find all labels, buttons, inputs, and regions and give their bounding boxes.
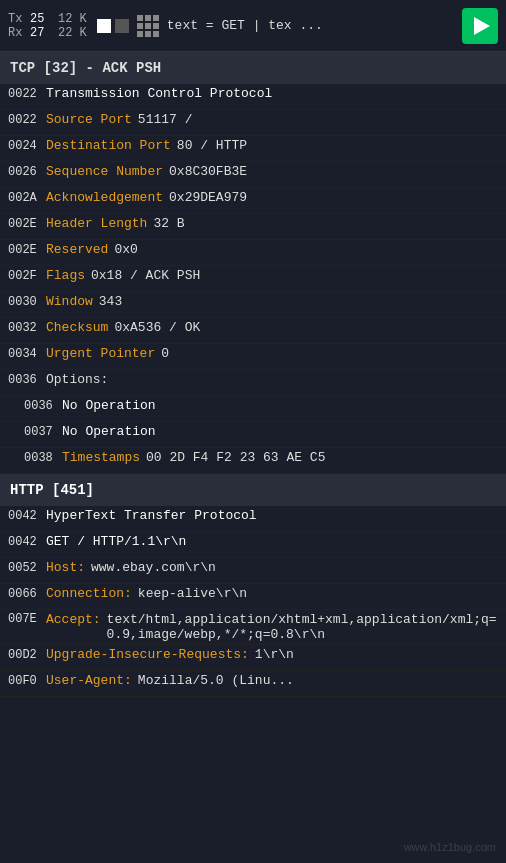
table-row[interactable]: 0037 No Operation xyxy=(0,422,506,448)
field-name: User-Agent: xyxy=(46,673,132,688)
no-op-label: No Operation xyxy=(62,424,156,439)
table-row[interactable]: 002E Reserved 0x0 xyxy=(0,240,506,266)
field-value: 0xA536 / OK xyxy=(114,320,200,335)
field-name: Source Port xyxy=(46,112,132,127)
offset: 0032 xyxy=(8,321,46,335)
table-row[interactable]: 0024 Destination Port 80 / HTTP xyxy=(0,136,506,162)
offset: 0024 xyxy=(8,139,46,153)
table-row[interactable]: 0032 Checksum 0xA536 / OK xyxy=(0,318,506,344)
field-value: 0x0 xyxy=(114,242,137,257)
offset: 0037 xyxy=(24,425,62,439)
offset: 0030 xyxy=(8,295,46,309)
field-text: GET / HTTP/1.1\r\n xyxy=(46,534,186,549)
offset: 0022 xyxy=(8,113,46,127)
field-value: 0 xyxy=(161,346,169,361)
table-row[interactable]: 0036 No Operation xyxy=(0,396,506,422)
offset: 00F0 xyxy=(8,674,46,688)
field-name: Checksum xyxy=(46,320,108,335)
field-value: 80 / HTTP xyxy=(177,138,247,153)
offset: 007E xyxy=(8,612,46,626)
table-row[interactable]: 0038 Timestamps 00 2D F4 F2 23 63 AE C5 xyxy=(0,448,506,474)
field-name: Connection: xyxy=(46,586,132,601)
rx-packets: 27 xyxy=(30,26,52,40)
offset: 0022 xyxy=(8,87,46,101)
field-name: Flags xyxy=(46,268,85,283)
tx-label: Tx xyxy=(8,12,24,26)
http-rows: 0042 HyperText Transfer Protocol 0042 GE… xyxy=(0,506,506,697)
field-name: Accept: xyxy=(46,612,101,627)
offset: 002E xyxy=(8,243,46,257)
play-button[interactable] xyxy=(462,8,498,44)
field-value: Mozilla/5.0 (Linu... xyxy=(138,673,294,688)
field-value: keep-alive\r\n xyxy=(138,586,247,601)
table-row[interactable]: 007E Accept: text/html,application/xhtml… xyxy=(0,610,506,645)
field-name: Urgent Pointer xyxy=(46,346,155,361)
field-name: Host: xyxy=(46,560,85,575)
offset: 0036 xyxy=(8,373,46,387)
field-name: Reserved xyxy=(46,242,108,257)
field-name: Window xyxy=(46,294,93,309)
table-row[interactable]: 002A Acknowledgement 0x29DEA979 xyxy=(0,188,506,214)
field-name: Destination Port xyxy=(46,138,171,153)
field-name: Acknowledgement xyxy=(46,190,163,205)
options-label: Options: xyxy=(46,372,108,387)
table-row[interactable]: 0030 Window 343 xyxy=(0,292,506,318)
table-row[interactable]: 002E Header Length 32 B xyxy=(0,214,506,240)
table-row[interactable]: 00D2 Upgrade-Insecure-Requests: 1\r\n xyxy=(0,645,506,671)
rx-label: Rx xyxy=(8,26,24,40)
field-value: www.ebay.com\r\n xyxy=(91,560,216,575)
http-section-header: HTTP [451] xyxy=(0,474,506,506)
table-row[interactable]: 002F Flags 0x18 / ACK PSH xyxy=(0,266,506,292)
offset: 0034 xyxy=(8,347,46,361)
offset: 0052 xyxy=(8,561,46,575)
rx-k: 22 K xyxy=(58,26,87,40)
field-name: Timestamps xyxy=(62,450,140,465)
offset: 0036 xyxy=(24,399,62,413)
no-op-label: No Operation xyxy=(62,398,156,413)
offset: 0042 xyxy=(8,509,46,523)
filter-display[interactable]: text = GET | tex ... xyxy=(167,18,462,33)
field-value: 343 xyxy=(99,294,122,309)
field-value: 0x29DEA979 xyxy=(169,190,247,205)
table-row[interactable]: 0026 Sequence Number 0x8C30FB3E xyxy=(0,162,506,188)
offset: 002F xyxy=(8,269,46,283)
table-row[interactable]: 00F0 User-Agent: Mozilla/5.0 (Linu... xyxy=(0,671,506,697)
grid-icon xyxy=(137,15,159,37)
offset: 00D2 xyxy=(8,648,46,662)
table-row[interactable]: 0022 Source Port 51117 / xyxy=(0,110,506,136)
table-row[interactable]: 0066 Connection: keep-alive\r\n xyxy=(0,584,506,610)
offset: 002A xyxy=(8,191,46,205)
tx-k: 12 K xyxy=(58,12,87,26)
signal-box-2 xyxy=(115,19,129,33)
tx-packets: 25 xyxy=(30,12,52,26)
tcp-rows: 0022 Transmission Control Protocol 0022 … xyxy=(0,84,506,474)
field-name: Upgrade-Insecure-Requests: xyxy=(46,647,249,662)
table-row[interactable]: 0034 Urgent Pointer 0 xyxy=(0,344,506,370)
table-row[interactable]: 0052 Host: www.ebay.com\r\n xyxy=(0,558,506,584)
tcp-section-header: TCP [32] - ACK PSH xyxy=(0,52,506,84)
offset: 002E xyxy=(8,217,46,231)
offset: 0026 xyxy=(8,165,46,179)
table-row[interactable]: 0042 GET / HTTP/1.1\r\n xyxy=(0,532,506,558)
field-value: 51117 / xyxy=(138,112,193,127)
watermark: www.h1z1bug.com xyxy=(404,841,496,853)
field-value: 0x8C30FB3E xyxy=(169,164,247,179)
play-icon xyxy=(474,17,490,35)
field-text: Transmission Control Protocol xyxy=(46,86,272,101)
field-value: 1\r\n xyxy=(255,647,294,662)
field-value: 32 B xyxy=(153,216,184,231)
field-value: text/html,application/xhtml+xml,applicat… xyxy=(107,612,498,642)
signal-indicators xyxy=(97,19,129,33)
offset: 0038 xyxy=(24,451,62,465)
field-value: 00 2D F4 F2 23 63 AE C5 xyxy=(146,450,325,465)
offset: 0066 xyxy=(8,587,46,601)
top-bar: Tx 25 12 K Rx 27 22 K text = GET | tex .… xyxy=(0,0,506,52)
offset: 0042 xyxy=(8,535,46,549)
table-row[interactable]: 0042 HyperText Transfer Protocol xyxy=(0,506,506,532)
table-row[interactable]: 0036 Options: xyxy=(0,370,506,396)
tx-rx-stats: Tx 25 12 K Rx 27 22 K xyxy=(8,12,87,40)
field-name: Header Length xyxy=(46,216,147,231)
signal-box-1 xyxy=(97,19,111,33)
field-value: 0x18 / ACK PSH xyxy=(91,268,200,283)
table-row[interactable]: 0022 Transmission Control Protocol xyxy=(0,84,506,110)
